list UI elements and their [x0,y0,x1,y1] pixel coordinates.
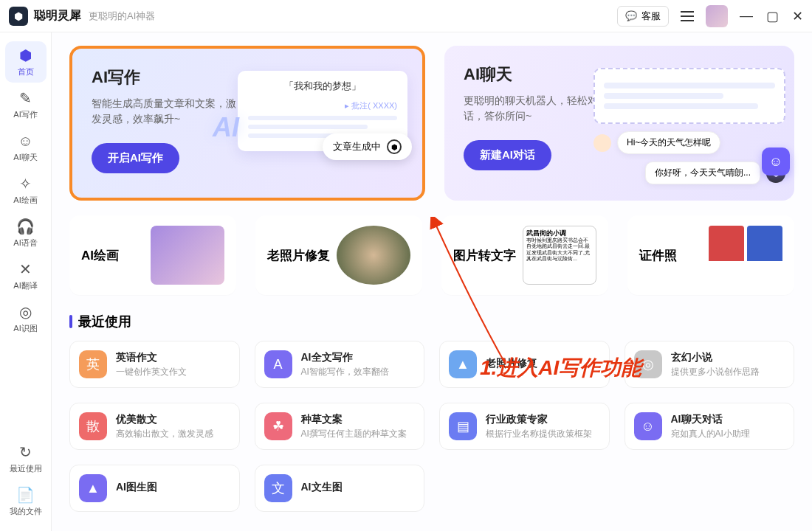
menu-button[interactable] [681,11,694,21]
recent-item[interactable]: 文AI文生图 [255,465,425,512]
feature-tile-ocr[interactable]: 图片转文字 武昌街的小调 有时候到重庆路买书总会不自觉地跑武昌街去走一回.最近发… [441,215,608,295]
recent-icon: ◎ [634,350,662,378]
feature-tile-restore[interactable]: 老照片修复 [255,215,422,295]
minimize-button[interactable]: — [740,8,753,24]
recent-item[interactable]: 英英语作文一键创作英文作文 [69,341,240,388]
recent-item[interactable]: AAI全文写作AI智能写作，效率翻倍 [255,341,425,388]
sidebar-item-translate[interactable]: ✕AI翻译 [5,255,47,296]
chat-mock: ☺ Hi~今天的天气怎样呢 你好呀，今天天气晴朗...⬢ [593,68,785,184]
recent-icon: ▲ [79,474,107,502]
chat-float-icon: ☺ [762,148,790,176]
recent-item[interactable]: ☺AI聊天对话宛如真人的AI小助理 [625,403,795,450]
user-avatar-icon [593,134,611,152]
chat-icon: ☺ [18,133,32,150]
recent-icon: ☺ [634,412,662,440]
sidebar-item-files[interactable]: 📄我的文件 [5,481,47,522]
chat-icon: 💬 [625,10,637,21]
sidebar-item-recent[interactable]: ↻最近使用 [5,438,47,479]
sidebar-item-voice[interactable]: 🎧AI语音 [5,212,47,254]
ocr-thumb: 武昌街的小调 有时候到重庆路买书总会不自觉地跑武昌街去走一回.最近发现武昌街大大… [523,226,596,285]
file-icon: 📄 [16,486,35,504]
brush-icon: ✧ [19,175,32,192]
feature-tile-draw[interactable]: AI绘画 [69,215,236,295]
recent-item[interactable]: ▲老照片修复 [439,341,610,388]
hero-chat-desc: 更聪明的聊天机器人，轻松对话，答你所问~ [464,93,611,124]
feature-tile-idphoto[interactable]: 证件照 [627,215,794,295]
close-button[interactable]: ✕ [792,8,803,24]
hero-card-chat[interactable]: AI聊天 更聪明的聊天机器人，轻松对话，答你所问~ 新建AI对话 ☺ Hi~今天… [444,46,794,201]
sidebar-item-chat[interactable]: ☺AI聊天 [5,127,47,168]
recent-item[interactable]: ◎玄幻小说提供更多小说创作思路 [625,341,795,388]
recent-item[interactable]: ▤行业政策专家根据行业名称提供政策框架 [439,403,610,450]
sidebar-item-home[interactable]: ⬢首页 [5,41,47,83]
sidebar-item-ocr[interactable]: ◎AI识图 [5,298,47,339]
recent-icon: ☘ [264,412,292,440]
recent-icon: ▲ [449,350,477,378]
recent-item[interactable]: ▲AI图生图 [69,465,240,512]
main-content: AI写作 智能生成高质量文章和文案，激发灵感，效率飙升~ 开启AI写作 AI 「… [52,32,812,531]
home-icon: ⬢ [19,46,32,64]
recent-item[interactable]: 散优美散文高效输出散文，激发灵感 [69,403,240,450]
draw-thumb [151,226,224,285]
app-tagline: 更聪明的AI神器 [89,10,155,23]
restore-thumb [337,226,410,285]
writing-mock: AI 「我和我的梦想」 ▸ 批注( XXXX) 文章生成中 ⬢ [238,71,407,151]
writing-icon: ✎ [19,89,32,107]
generating-status: 文章生成中 ⬢ [323,133,412,160]
scan-icon: ◎ [19,303,32,321]
hero-card-writing[interactable]: AI写作 智能生成高质量文章和文案，激发灵感，效率飙升~ 开启AI写作 AI 「… [69,46,425,201]
new-chat-button[interactable]: 新建AI对话 [464,140,551,170]
recent-icon: ▤ [449,412,477,440]
user-avatar[interactable] [706,5,728,27]
recent-heading: 最近使用 [69,313,794,330]
idphoto-thumb [709,226,782,285]
titlebar: ⬢ 聪明灵犀 更聪明的AI神器 💬 客服 — ▢ ✕ [0,0,812,32]
app-logo-icon: ⬢ [9,7,28,26]
maximize-button[interactable]: ▢ [766,8,779,24]
recent-icon: 英 [79,350,107,378]
app-name: 聪明灵犀 [34,8,81,24]
recent-grid: 英英语作文一键创作英文作文 AAI全文写作AI智能写作，效率翻倍 ▲老照片修复 … [69,341,794,512]
start-writing-button[interactable]: 开启AI写作 [92,143,179,173]
support-button[interactable]: 💬 客服 [617,6,669,27]
sidebar: ⬢首页 ✎AI写作 ☺AI聊天 ✧AI绘画 🎧AI语音 ✕AI翻译 ◎AI识图 … [0,32,52,531]
recent-icon: A [264,350,292,378]
sidebar-item-writing[interactable]: ✎AI写作 [5,84,47,125]
recent-item[interactable]: ☘种草文案AI撰写任何主题的种草文案 [255,403,425,450]
recent-icon: 文 [264,474,292,502]
spinner-icon: ⬢ [387,139,402,154]
headphone-icon: 🎧 [16,218,35,235]
recent-icon: 散 [79,412,107,440]
sidebar-item-draw[interactable]: ✧AI绘画 [5,170,47,211]
ai-badge: AI [213,112,239,143]
translate-icon: ✕ [19,260,32,278]
history-icon: ↻ [19,443,32,461]
